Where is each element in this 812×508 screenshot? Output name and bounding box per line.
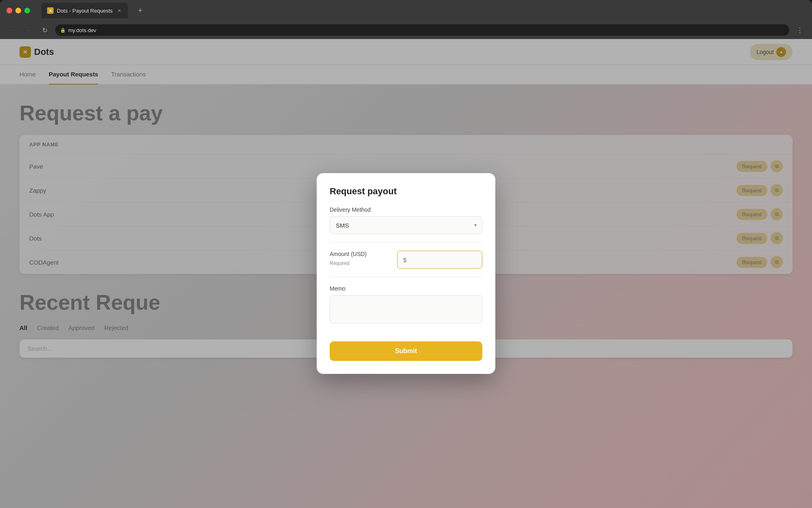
tab-title: Dots - Payout Requests (57, 8, 112, 14)
close-window-button[interactable] (6, 8, 12, 13)
website: ✕ Dots Logout ● Home Payout Requests Tra… (0, 39, 812, 508)
divider (330, 242, 482, 243)
browser-titlebar: ✕ Dots - Payout Requests ✕ + (0, 0, 812, 21)
amount-input-col (397, 251, 482, 269)
tab-close-icon[interactable]: ✕ (116, 7, 122, 14)
memo-label: Memo (330, 285, 482, 292)
browser-chrome: ✕ Dots - Payout Requests ✕ + ← → ↻ 🔒 my.… (0, 0, 812, 39)
submit-button[interactable]: Submit (330, 341, 482, 361)
refresh-button[interactable]: ↻ (39, 24, 50, 36)
divider-2 (330, 277, 482, 277)
amount-input[interactable] (397, 251, 482, 269)
traffic-lights (6, 8, 30, 13)
amount-label-col: Amount (USD) Required (330, 251, 391, 266)
back-button[interactable]: ← (6, 24, 18, 36)
active-tab[interactable]: ✕ Dots - Payout Requests ✕ (41, 3, 128, 18)
new-tab-button[interactable]: + (134, 5, 146, 16)
address-bar[interactable]: 🔒 my.dots.dev (55, 24, 789, 36)
amount-group: Amount (USD) Required (330, 251, 482, 269)
forward-button[interactable]: → (23, 24, 34, 36)
delivery-method-label: Delivery Method (330, 206, 482, 213)
memo-textarea[interactable] (330, 295, 482, 323)
browser-addressbar: ← → ↻ 🔒 my.dots.dev ⋮ (0, 21, 812, 39)
memo-group: Memo (330, 285, 482, 325)
browser-menu-button[interactable]: ⋮ (794, 24, 806, 36)
amount-row: Amount (USD) Required (330, 251, 482, 269)
modal-overlay[interactable]: Request payout Delivery Method SMS Email… (0, 39, 812, 508)
delivery-method-select-wrapper: SMS Email Bank Transfer ▾ (330, 216, 482, 234)
tab-favicon-icon: ✕ (47, 7, 54, 14)
modal-title: Request payout (330, 186, 482, 197)
amount-required: Required (330, 261, 391, 266)
maximize-window-button[interactable] (24, 8, 30, 13)
delivery-method-group: Delivery Method SMS Email Bank Transfer … (330, 206, 482, 234)
request-payout-modal: Request payout Delivery Method SMS Email… (317, 173, 495, 374)
url-text: my.dots.dev (68, 27, 96, 33)
delivery-method-select[interactable]: SMS Email Bank Transfer (330, 216, 482, 234)
amount-label: Amount (USD) (330, 251, 391, 257)
lock-icon: 🔒 (60, 28, 66, 33)
minimize-window-button[interactable] (15, 8, 21, 13)
